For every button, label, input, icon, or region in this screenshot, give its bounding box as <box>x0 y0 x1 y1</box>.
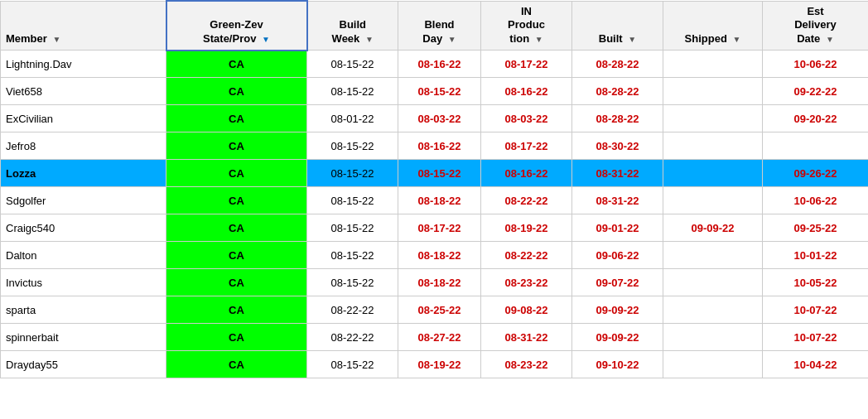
cell-blend-day: 08-18-22 <box>398 269 481 296</box>
cell-built: 09-07-22 <box>572 269 663 296</box>
filter-icon-build-week[interactable]: ▼ <box>365 34 374 45</box>
cell-built: 09-09-22 <box>572 296 663 324</box>
cell-est-delivery: 10-04-22 <box>763 351 869 378</box>
col-header-build-week: BuildWeek ▼ <box>307 1 398 51</box>
filter-icon-in-production[interactable]: ▼ <box>535 34 543 45</box>
table-row: LozzaCA08-15-2208-15-2208-16-2208-31-220… <box>1 160 869 187</box>
filter-icon-state[interactable]: ▼ <box>262 34 270 45</box>
cell-shipped <box>663 187 763 214</box>
cell-est-delivery: 10-06-22 <box>763 51 869 78</box>
cell-state: CA <box>166 132 307 160</box>
cell-blend-day: 08-16-22 <box>398 132 481 160</box>
cell-shipped <box>663 242 763 269</box>
table-row: Craigc540CA08-15-2208-17-2208-19-2209-01… <box>1 214 869 242</box>
cell-build-week: 08-15-22 <box>307 160 398 187</box>
table-row: InvictusCA08-15-2208-18-2208-23-2209-07-… <box>1 269 869 296</box>
col-label-build-week: BuildWeek <box>332 18 366 45</box>
cell-shipped <box>663 132 763 160</box>
col-label-member: Member <box>6 32 47 45</box>
col-header-built: Built ▼ <box>572 1 663 51</box>
cell-state: CA <box>166 105 307 132</box>
cell-shipped <box>663 78 763 105</box>
cell-member: Craigc540 <box>1 214 166 242</box>
cell-state: CA <box>166 214 307 242</box>
cell-in-production: 08-16-22 <box>481 160 572 187</box>
cell-member: Invictus <box>1 269 166 296</box>
cell-in-production: 08-22-22 <box>481 187 572 214</box>
cell-member: Lozza <box>1 160 166 187</box>
cell-build-week: 08-15-22 <box>307 269 398 296</box>
col-label-shipped: Shipped <box>685 32 727 45</box>
col-header-state: Green-ZevState/Prov ▼ <box>166 1 307 51</box>
cell-built: 08-30-22 <box>572 132 663 160</box>
filter-icon-member[interactable]: ▼ <box>52 34 60 45</box>
col-label-built: Built <box>599 32 623 45</box>
cell-blend-day: 08-18-22 <box>398 242 481 269</box>
cell-state: CA <box>166 324 307 351</box>
cell-built: 08-28-22 <box>572 78 663 105</box>
col-label-state: Green-ZevState/Prov <box>203 18 263 45</box>
cell-shipped: 09-09-22 <box>663 214 763 242</box>
cell-built: 08-31-22 <box>572 160 663 187</box>
filter-icon-est-delivery[interactable]: ▼ <box>826 34 834 45</box>
cell-in-production: 08-23-22 <box>481 351 572 378</box>
table-row: Viet658CA08-15-2208-15-2208-16-2208-28-2… <box>1 78 869 105</box>
filter-icon-shipped[interactable]: ▼ <box>733 34 741 45</box>
cell-est-delivery: 09-25-22 <box>763 214 869 242</box>
cell-member: spinnerbait <box>1 324 166 351</box>
cell-build-week: 08-15-22 <box>307 51 398 78</box>
cell-build-week: 08-22-22 <box>307 324 398 351</box>
table-row: Lightning.DavCA08-15-2208-16-2208-17-220… <box>1 51 869 78</box>
cell-shipped <box>663 324 763 351</box>
filter-icon-blend-day[interactable]: ▼ <box>448 34 456 45</box>
cell-member: Drayday55 <box>1 351 166 378</box>
cell-est-delivery: 10-07-22 <box>763 296 869 324</box>
cell-build-week: 08-01-22 <box>307 105 398 132</box>
col-header-blend-day: BlendDay ▼ <box>398 1 481 51</box>
cell-built: 09-10-22 <box>572 351 663 378</box>
cell-build-week: 08-15-22 <box>307 132 398 160</box>
cell-built: 08-28-22 <box>572 51 663 78</box>
cell-est-delivery: 10-06-22 <box>763 187 869 214</box>
cell-state: CA <box>166 351 307 378</box>
table-row: spinnerbaitCA08-22-2208-27-2208-31-2209-… <box>1 324 869 351</box>
cell-in-production: 08-16-22 <box>481 78 572 105</box>
cell-in-production: 08-31-22 <box>481 324 572 351</box>
table-row: Drayday55CA08-15-2208-19-2208-23-2209-10… <box>1 351 869 378</box>
cell-est-delivery: 10-05-22 <box>763 269 869 296</box>
cell-shipped <box>663 51 763 78</box>
cell-state: CA <box>166 51 307 78</box>
cell-state: CA <box>166 269 307 296</box>
cell-build-week: 08-15-22 <box>307 78 398 105</box>
cell-blend-day: 08-03-22 <box>398 105 481 132</box>
cell-blend-day: 08-25-22 <box>398 296 481 324</box>
cell-build-week: 08-22-22 <box>307 296 398 324</box>
cell-shipped <box>663 105 763 132</box>
cell-in-production: 08-19-22 <box>481 214 572 242</box>
filter-icon-built[interactable]: ▼ <box>628 34 636 45</box>
cell-state: CA <box>166 296 307 324</box>
cell-built: 08-31-22 <box>572 187 663 214</box>
cell-in-production: 08-17-22 <box>481 132 572 160</box>
cell-state: CA <box>166 242 307 269</box>
cell-build-week: 08-15-22 <box>307 242 398 269</box>
cell-member: Viet658 <box>1 78 166 105</box>
cell-in-production: 08-17-22 <box>481 51 572 78</box>
cell-blend-day: 08-27-22 <box>398 324 481 351</box>
table-row: ExCivilianCA08-01-2208-03-2208-03-2208-2… <box>1 105 869 132</box>
cell-in-production: 08-23-22 <box>481 269 572 296</box>
col-header-shipped: Shipped ▼ <box>663 1 763 51</box>
cell-build-week: 08-15-22 <box>307 214 398 242</box>
table-row: Jefro8CA08-15-2208-16-2208-17-2208-30-22 <box>1 132 869 160</box>
table-row: DaltonCA08-15-2208-18-2208-22-2209-06-22… <box>1 242 869 269</box>
cell-in-production: 09-08-22 <box>481 296 572 324</box>
cell-blend-day: 08-15-22 <box>398 78 481 105</box>
cell-member: ExCivilian <box>1 105 166 132</box>
cell-est-delivery: 10-07-22 <box>763 324 869 351</box>
table-row: spartaCA08-22-2208-25-2209-08-2209-09-22… <box>1 296 869 324</box>
cell-shipped <box>663 351 763 378</box>
cell-est-delivery: 09-26-22 <box>763 160 869 187</box>
col-header-member: Member ▼ <box>1 1 166 51</box>
cell-shipped <box>663 269 763 296</box>
col-header-est-delivery: EstDeliveryDate ▼ <box>763 1 869 51</box>
